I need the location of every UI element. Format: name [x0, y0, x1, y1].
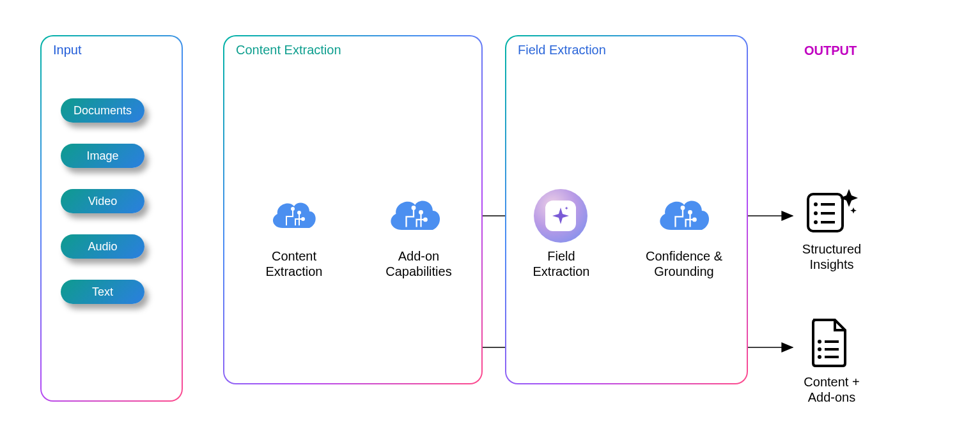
content-extraction-label: ContentExtraction — [259, 248, 329, 279]
addon-label: Add-onCapabilities — [380, 248, 457, 279]
structured-insights-icon — [804, 188, 859, 235]
cloud-ai-icon — [384, 193, 443, 238]
svg-point-21 — [814, 220, 818, 224]
svg-point-12 — [419, 211, 423, 214]
svg-point-15 — [688, 211, 692, 214]
input-pill-documents: Documents — [61, 98, 144, 123]
input-panel: Input — [40, 35, 183, 402]
input-pill-video: Video — [61, 189, 144, 213]
svg-point-13 — [681, 206, 685, 209]
field-extraction-label: FieldExtraction — [529, 248, 593, 279]
document-icon — [807, 316, 852, 368]
svg-point-19 — [814, 211, 818, 215]
input-pill-text: Text — [61, 280, 144, 304]
field-panel-title: Field Extraction — [518, 43, 606, 57]
svg-point-14 — [693, 218, 696, 222]
content-extraction-panel: Content Extraction — [223, 35, 483, 384]
content-addons-label: Content +Add-ons — [797, 374, 867, 405]
cloud-ai-icon — [653, 193, 712, 238]
svg-point-25 — [818, 347, 821, 351]
svg-point-8 — [302, 218, 304, 220]
input-pill-audio: Audio — [61, 234, 144, 259]
svg-point-17 — [814, 202, 818, 206]
svg-point-27 — [818, 355, 821, 359]
svg-point-11 — [424, 218, 427, 222]
confidence-label: Confidence &Grounding — [639, 248, 729, 279]
svg-point-7 — [292, 208, 294, 210]
input-pill-image: Image — [61, 144, 144, 168]
structured-insights-label: StructuredInsights — [797, 241, 867, 272]
svg-point-9 — [298, 211, 300, 214]
input-panel-title: Input — [53, 43, 81, 57]
output-header: OUTPUT — [804, 43, 857, 58]
sparkle-badge-icon — [534, 189, 587, 243]
cloud-ai-icon — [267, 196, 318, 234]
svg-point-10 — [412, 206, 416, 209]
content-panel-title: Content Extraction — [236, 43, 341, 57]
svg-point-23 — [818, 340, 821, 344]
